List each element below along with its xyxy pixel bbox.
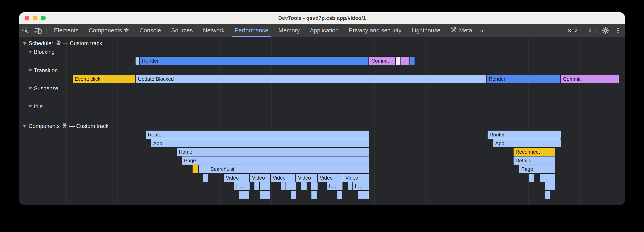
flame-bar[interactable] — [311, 182, 318, 190]
inspect-element-button[interactable] — [19, 24, 32, 37]
more-tabs-button[interactable]: » — [477, 24, 486, 37]
tab-meta[interactable]: Meta — [446, 24, 477, 37]
flame-bar-reconnect[interactable]: Reconnect — [514, 148, 555, 156]
flame-bar[interactable] — [280, 182, 285, 190]
flame-bar-l-[interactable]: L… — [353, 182, 369, 190]
flame-bar[interactable] — [546, 182, 550, 190]
flame-bar[interactable] — [312, 191, 317, 199]
track-header-scheduler[interactable]: Scheduler — Custom track — [22, 40, 102, 46]
flame-bar-app[interactable]: App — [493, 139, 560, 147]
track-header-components[interactable]: Components — Custom track — [22, 123, 108, 129]
tab-components[interactable]: Components — [84, 24, 134, 37]
flame-bar-video[interactable]: Video — [343, 174, 369, 182]
flame-bar-app[interactable]: App — [151, 139, 369, 147]
flame-bar-l-[interactable]: L… — [234, 182, 250, 190]
flame-bar[interactable] — [199, 165, 208, 173]
flame-bar[interactable] — [410, 57, 414, 65]
tab-application[interactable]: Application — [305, 24, 344, 37]
flame-bar-l-[interactable]: L… — [327, 182, 342, 190]
lane-label-idle[interactable]: Idle — [28, 104, 43, 110]
lane-label-transition[interactable]: Transition — [28, 67, 58, 74]
flame-bar-video[interactable]: Video — [318, 174, 343, 182]
flame-bar-update-blocked[interactable]: Update Blocked — [136, 75, 486, 83]
flame-bar[interactable] — [260, 182, 270, 190]
flame-bar-home[interactable]: Home — [177, 148, 369, 156]
toolbar-separator — [595, 27, 596, 34]
tab-privacy-and-security[interactable]: Privacy and security — [344, 24, 406, 37]
flame-bar-page[interactable]: Page — [182, 156, 369, 165]
flame-bar[interactable] — [192, 165, 198, 173]
flame-bar-searchlist[interactable]: SearchList — [208, 165, 369, 173]
flame-bar[interactable] — [338, 191, 342, 199]
track-title: Components — [28, 123, 60, 129]
flame-bar[interactable] — [396, 57, 400, 65]
flame-bar[interactable] — [260, 191, 270, 199]
flame-bar[interactable] — [301, 182, 306, 190]
lane-label-suspense[interactable]: Suspense — [28, 85, 58, 92]
flame-bar-commit[interactable]: Commit — [369, 57, 395, 65]
device-toolbar-button[interactable] — [32, 24, 44, 37]
warning-badge[interactable]: ! 2 — [580, 27, 592, 34]
tab-label: Performance — [234, 27, 268, 34]
tab-performance[interactable]: Performance — [230, 24, 273, 37]
tab-label: Console — [140, 27, 161, 34]
tab-label: Application — [310, 27, 339, 34]
error-badge[interactable]: 2 — [566, 27, 578, 34]
react-atom-icon — [62, 123, 67, 129]
flame-bar-commit[interactable]: Commit — [561, 75, 619, 83]
flame-bar[interactable] — [545, 191, 550, 199]
flame-bar-render[interactable]: Render — [140, 57, 368, 65]
flame-bar[interactable] — [254, 182, 259, 190]
kebab-menu-button[interactable] — [614, 28, 622, 33]
flame-bar-render[interactable]: Render — [487, 75, 560, 83]
flame-bar[interactable] — [286, 182, 296, 190]
tab-lighthouse[interactable]: Lighthouse — [406, 24, 446, 37]
track-title: Scheduler — [28, 40, 53, 47]
collapse-triangle-icon — [28, 69, 32, 72]
tab-sources[interactable]: Sources — [166, 24, 198, 37]
flame-bar[interactable] — [239, 191, 249, 199]
gridline — [580, 37, 580, 205]
flame-bar[interactable] — [358, 191, 369, 199]
tab-memory[interactable]: Memory — [274, 24, 305, 37]
flame-bar-video[interactable]: Video — [224, 174, 249, 182]
settings-button[interactable] — [599, 27, 612, 34]
tab-label: Components — [89, 27, 122, 34]
error-count: 2 — [574, 27, 578, 34]
device-toolbar-icon — [34, 27, 42, 34]
tab-network[interactable]: Network — [198, 24, 230, 37]
tab-label: Privacy and security — [349, 27, 402, 34]
lane-label-blocking[interactable]: Blocking — [28, 49, 54, 55]
flame-bar[interactable] — [540, 174, 550, 182]
gridline — [66, 37, 66, 205]
flame-bar[interactable] — [550, 182, 555, 190]
flame-bar-video[interactable]: Video — [271, 174, 296, 182]
titlebar[interactable]: DevTools - qsvd7p.csb.app/video/1 — [19, 12, 625, 24]
lane-label-text: Suspense — [34, 85, 58, 92]
flame-bar[interactable] — [400, 57, 410, 65]
flame-bar-router[interactable]: Router — [146, 130, 369, 139]
flame-bar[interactable] — [203, 174, 208, 182]
flame-bar-details[interactable]: Details — [514, 156, 555, 165]
minimize-button[interactable] — [33, 15, 38, 20]
close-button[interactable] — [24, 15, 30, 20]
tab-elements[interactable]: Elements — [49, 24, 84, 37]
flame-bar[interactable] — [529, 174, 534, 182]
flame-bar-router[interactable]: Router — [488, 130, 560, 139]
flame-bar-event-click[interactable]: Event: click — [73, 75, 135, 83]
zoom-button[interactable] — [41, 15, 46, 20]
flame-bar[interactable] — [136, 57, 139, 65]
flame-bar[interactable] — [348, 182, 352, 190]
hammer-wrench-icon — [451, 26, 457, 34]
tab-console[interactable]: Console — [134, 24, 166, 37]
lane-label-text: Idle — [34, 104, 43, 110]
flame-bar-page[interactable]: Page — [519, 165, 555, 173]
flame-bar-video[interactable]: Video — [250, 174, 270, 182]
flame-bar[interactable] — [550, 174, 555, 182]
flame-bar[interactable] — [291, 191, 296, 199]
flame-bar-video[interactable]: Video — [296, 174, 317, 182]
collapse-triangle-icon — [28, 105, 32, 108]
collapse-triangle-icon — [22, 125, 26, 127]
performance-panel[interactable]: Scheduler — Custom track Blocking Transi… — [19, 37, 625, 205]
gridline — [118, 37, 118, 205]
